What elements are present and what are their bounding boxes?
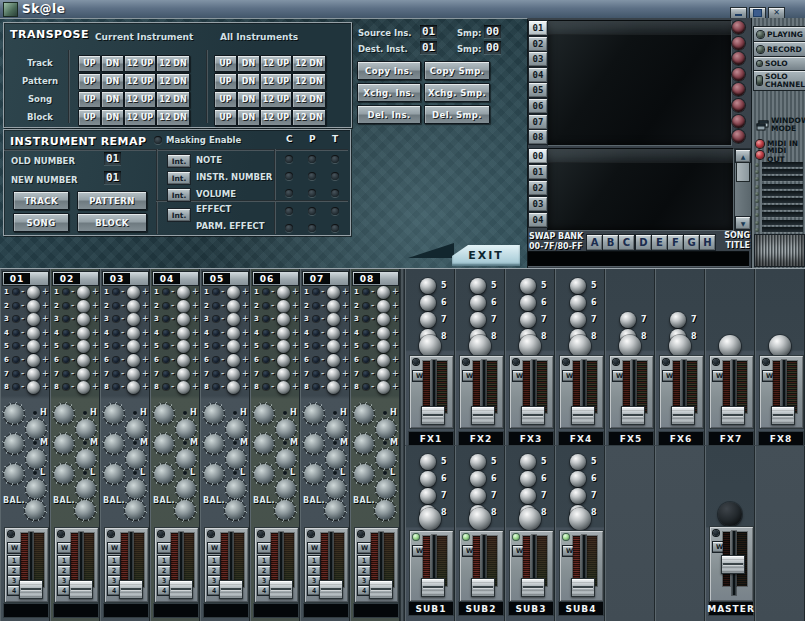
instrument-list[interactable] — [547, 20, 732, 146]
scroll-up-button[interactable]: ▲ — [735, 149, 751, 163]
send-knob-5[interactable] — [77, 340, 90, 353]
sub-level-knob[interactable] — [419, 508, 441, 530]
sub-level-knob[interactable] — [569, 508, 591, 530]
send-knob-5[interactable] — [227, 340, 240, 353]
send-knob-5[interactable] — [377, 340, 390, 353]
send-knob-8[interactable] — [127, 381, 140, 394]
send-knob-7[interactable] — [27, 368, 40, 381]
eq-h-knob-a[interactable] — [204, 404, 224, 424]
eq-h-knob-b[interactable] — [276, 419, 296, 439]
send-led-indicator[interactable] — [163, 371, 169, 377]
send-led-indicator[interactable] — [13, 384, 19, 390]
instrument-led-01[interactable] — [732, 21, 745, 34]
transpose-all-pattern-dn-button[interactable]: DN — [237, 73, 260, 90]
transpose-all-pattern-12-dn-button[interactable]: 12 DN — [292, 73, 326, 90]
remap-toggle-p-3[interactable] — [308, 189, 316, 197]
send-led-indicator[interactable] — [363, 316, 369, 322]
fx-level-knob[interactable] — [419, 335, 441, 357]
send-knob-6[interactable] — [227, 354, 240, 367]
fader-handle[interactable] — [521, 406, 545, 425]
fader-handle[interactable] — [521, 578, 545, 597]
eq-m-knob-b[interactable] — [276, 449, 296, 469]
send-knob-1[interactable] — [327, 286, 340, 299]
eq-l-knob-a[interactable] — [354, 464, 374, 484]
send-led-indicator[interactable] — [163, 357, 169, 363]
fx-send-knob-7[interactable] — [570, 312, 586, 328]
remap-track-button[interactable]: TRACK — [13, 191, 69, 210]
send-knob-2[interactable] — [227, 300, 240, 313]
fader-handle[interactable] — [471, 406, 495, 425]
wet-button[interactable]: W — [307, 542, 322, 554]
send-led-indicator[interactable] — [63, 357, 69, 363]
scroll-grip[interactable] — [754, 234, 805, 267]
eq-m-knob-b[interactable] — [376, 449, 396, 469]
eq-m-knob-a[interactable] — [54, 434, 74, 454]
remap-toggle-t-3[interactable] — [331, 189, 339, 197]
eq-l-knob-b[interactable] — [326, 479, 346, 499]
transpose-current-song-12-up-button[interactable]: 12 UP — [124, 91, 156, 108]
fx-send-knob-6[interactable] — [570, 295, 586, 311]
eq-l-knob-a[interactable] — [4, 464, 24, 484]
eq-m-knob-a[interactable] — [254, 434, 274, 454]
balance-knob[interactable] — [275, 500, 295, 520]
send-knob-3[interactable] — [277, 313, 290, 326]
eq-h-knob-a[interactable] — [154, 404, 174, 424]
send-knob-1[interactable] — [177, 286, 190, 299]
send-knob-3[interactable] — [377, 313, 390, 326]
send-led-indicator[interactable] — [163, 316, 169, 322]
balance-knob[interactable] — [175, 500, 195, 520]
send-led-indicator[interactable] — [313, 303, 319, 309]
remap-toggle-c-4[interactable] — [285, 207, 293, 215]
send-knob-4[interactable] — [177, 327, 190, 340]
fx-send-knob-6[interactable] — [520, 295, 536, 311]
wet-button[interactable]: W — [157, 542, 172, 554]
fader-handle[interactable] — [721, 555, 745, 574]
eq-h-knob-b[interactable] — [226, 419, 246, 439]
send-knob-1[interactable] — [227, 286, 240, 299]
swap-bank-f-button[interactable]: F — [667, 234, 684, 251]
eq-h-knob-b[interactable] — [126, 419, 146, 439]
send-led-indicator[interactable] — [363, 343, 369, 349]
eq-m-knob-b[interactable] — [76, 449, 96, 469]
remap-toggle-t-1[interactable] — [331, 155, 339, 163]
instrument-number-01[interactable]: 01 — [528, 20, 548, 36]
eq-m-knob-b[interactable] — [176, 449, 196, 469]
interpolate-button-1[interactable]: Int. — [167, 154, 191, 168]
send-knob-7[interactable] — [77, 368, 90, 381]
balance-knob[interactable] — [25, 500, 45, 520]
instrument-led-08[interactable] — [732, 130, 745, 143]
send-knob-2[interactable] — [277, 300, 290, 313]
send-knob-5[interactable] — [27, 340, 40, 353]
send-led-indicator[interactable] — [13, 316, 19, 322]
balance-knob[interactable] — [75, 500, 95, 520]
fader-handle[interactable] — [269, 580, 293, 599]
send-knob-6[interactable] — [327, 354, 340, 367]
sub-level-knob[interactable] — [469, 508, 491, 530]
fader-handle[interactable] — [169, 580, 193, 599]
midi-out-indicator[interactable]: MIDI OUT — [753, 149, 804, 160]
send-led-indicator[interactable] — [63, 343, 69, 349]
transpose-current-track-12-up-button[interactable]: 12 UP — [124, 55, 156, 72]
fx-send-knob-7[interactable] — [420, 312, 436, 328]
transpose-all-block-dn-button[interactable]: DN — [237, 109, 260, 126]
wet-button[interactable]: W — [207, 542, 222, 554]
fader-handle[interactable] — [369, 580, 393, 599]
eq-m-knob-b[interactable] — [326, 449, 346, 469]
send-knob-7[interactable] — [177, 368, 190, 381]
instrument-number-02[interactable]: 02 — [528, 36, 548, 52]
eq-h-knob-a[interactable] — [54, 404, 74, 424]
send-knob-4[interactable] — [377, 327, 390, 340]
send-led-indicator[interactable] — [113, 371, 119, 377]
eq-l-knob-b[interactable] — [176, 479, 196, 499]
fx-level-knob[interactable] — [619, 335, 641, 357]
remap-toggle-t-2[interactable] — [331, 172, 339, 180]
sub-send-knob-5[interactable] — [520, 454, 536, 470]
send-led-indicator[interactable] — [13, 303, 19, 309]
send-knob-1[interactable] — [27, 286, 40, 299]
send-knob-2[interactable] — [127, 300, 140, 313]
exit-button[interactable]: EXIT — [452, 245, 520, 266]
transpose-all-song-dn-button[interactable]: DN — [237, 91, 260, 108]
send-led-indicator[interactable] — [113, 330, 119, 336]
instrument-number-08[interactable]: 08 — [528, 129, 548, 145]
fader-handle[interactable] — [119, 580, 143, 599]
